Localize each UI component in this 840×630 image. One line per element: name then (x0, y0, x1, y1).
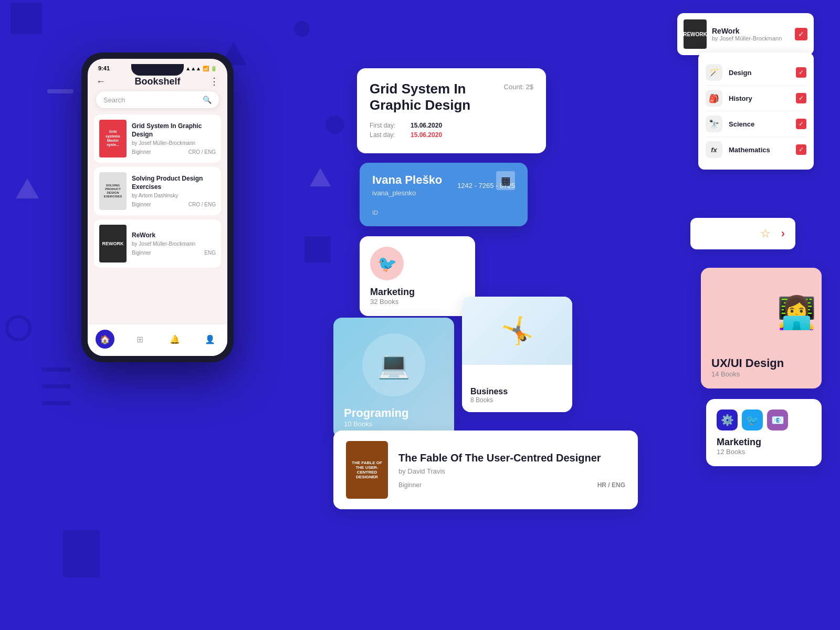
book-cover-1: GridsystemsMastersyste... (99, 120, 127, 158)
book-info-1: Grid System In Graphic Design by Josef M… (132, 122, 216, 154)
book-author-2: by Artom Dashinsky (132, 193, 216, 198)
book-lang-1: CRO / ENG (188, 149, 216, 155)
search-icon[interactable]: 🔍 (203, 96, 212, 104)
book-list-item[interactable]: GridsystemsMastersyste... Grid System In… (94, 114, 221, 163)
card-programming[interactable]: 💻 Programing 10 Books (333, 318, 454, 438)
battery-icon: 🔋 (211, 66, 217, 71)
book-lang-3: ENG (204, 250, 216, 256)
bg-shape-7 (42, 368, 71, 372)
phone-search-input[interactable]: Search (103, 96, 198, 104)
library-username: ivana_plesnko (372, 189, 515, 197)
twitter-icon: 🐦 (742, 410, 763, 430)
email-icon: 📧 (767, 410, 788, 430)
fable-meta: Biginner HR / ENG (398, 481, 625, 489)
science-icon: 🔭 (706, 116, 722, 132)
book-author-1: by Josef Müller-Brockmann (132, 140, 216, 146)
book-title-1: Grid System In Graphic Design (132, 122, 216, 139)
arrow-right-icon[interactable]: › (781, 227, 785, 240)
bg-shape-9 (42, 401, 71, 405)
card-marketing[interactable]: 🐦 Marketing 32 Books (360, 236, 475, 316)
rework-title: ReWork (712, 27, 790, 35)
book-cover-2: SOLVINGPRODUCTDESIGNEXERCISES (99, 172, 127, 210)
mathematics-check[interactable]: ✓ (796, 144, 806, 155)
category-history[interactable]: 🎒 History ✓ (706, 86, 806, 111)
status-time: 9:41 (98, 65, 110, 71)
grid-system-count: Count: 2$ (504, 81, 533, 91)
phone-header: ← Bookshelf ⋮ (88, 74, 227, 91)
bg-shape-8 (42, 384, 71, 388)
design-icon: 🪄 (706, 64, 722, 81)
card-business[interactable]: 🤸 Business 8 Books (462, 297, 572, 412)
last-day-val: 15.06.2020 (411, 131, 442, 139)
nav-grid[interactable]: ⊞ (131, 330, 150, 349)
design-check[interactable]: ✓ (796, 67, 806, 78)
fable-title: The Fable Of The User-Centred Designer (398, 452, 625, 464)
uxui-count: 14 Books (711, 370, 811, 378)
status-icons: ▲▲▲ 📶 🔋 (185, 66, 217, 71)
signal-icon: ▲▲▲ (185, 66, 201, 71)
book-info-2: Solving Product Design Exercises by Arto… (132, 175, 216, 207)
uxui-title: UX/UI Design (711, 356, 811, 370)
book-author-3: by Josef Müller-Brockmann (132, 241, 216, 247)
category-design[interactable]: 🪄 Design ✓ (706, 60, 806, 86)
category-design-label: Design (729, 69, 790, 77)
bg-shape-4 (47, 89, 74, 93)
marketing-icons-row: ⚙️ 🐦 📧 (717, 410, 811, 430)
book-title-2: Solving Product Design Exercises (132, 175, 216, 191)
phone-notch (131, 64, 184, 76)
bg-shape-6 (5, 315, 32, 341)
bg-shape-5 (16, 178, 39, 198)
rework-info: ReWork by Josef Müller-Brockmann (712, 27, 790, 41)
programming-illustration: 💻 (362, 333, 425, 396)
card-library[interactable]: Ivana Pleško ivana_plesnko 1242 - 7265 -… (360, 163, 528, 226)
more-icon[interactable]: ⋮ (209, 76, 219, 87)
card-arrow-star[interactable]: ☆ › (690, 218, 795, 249)
card-grid-system[interactable]: Grid System In Graphic Design Count: 2$ … (357, 68, 546, 153)
book-level-2: Biginner (132, 202, 151, 207)
marketing-count: 32 Books (370, 298, 465, 306)
phone-search-bar[interactable]: Search 🔍 (96, 91, 219, 108)
rework-check-icon[interactable]: ✓ (795, 28, 807, 40)
science-check[interactable]: ✓ (796, 119, 806, 129)
phone-mockup: 9:41 ▲▲▲ 📶 🔋 ← Bookshelf ⋮ Search 🔍 (81, 52, 234, 362)
book-meta-1: Biginner CRO / ENG (132, 149, 216, 155)
book-title-3: ReWork (132, 232, 216, 240)
mathematics-icon: fx (706, 141, 722, 158)
nav-bell[interactable]: 🔔 (165, 330, 184, 349)
bg-shape-12 (310, 168, 331, 186)
marketing-title: Marketing (370, 287, 465, 298)
bg-shape-10 (63, 530, 100, 578)
first-day-row: First day: 15.06.2020 (370, 122, 533, 129)
marketing-small-title: Marketing (717, 437, 811, 448)
book-list: GridsystemsMastersyste... Grid System In… (88, 114, 227, 324)
category-mathematics[interactable]: fx Mathematics ✓ (706, 137, 806, 162)
card-fable[interactable]: THE FABLE OF THE USER-CENTRED DESIGNER T… (333, 430, 638, 509)
category-mathematics-label: Mathematics (729, 146, 790, 154)
card-uxui[interactable]: 👩‍💻 UX/UI Design 14 Books (701, 268, 822, 388)
book-info-3: ReWork by Josef Müller-Brockmann Biginne… (132, 232, 216, 256)
book-level-1: Biginner (132, 149, 151, 155)
category-science[interactable]: 🔭 Science ✓ (706, 111, 806, 137)
phone-nav-bar: 🏠 ⊞ 🔔 👤 (88, 324, 227, 356)
book-level-3: Biginner (132, 250, 151, 256)
card-marketing-small[interactable]: ⚙️ 🐦 📧 Marketing 12 Books (706, 399, 822, 466)
phone-frame: 9:41 ▲▲▲ 📶 🔋 ← Bookshelf ⋮ Search 🔍 (81, 52, 234, 362)
business-title: Business (470, 387, 564, 396)
programming-title: Programing (344, 406, 444, 420)
bg-shape-1 (10, 3, 42, 34)
fable-book-cover: THE FABLE OF THE USER-CENTRED DESIGNER (346, 441, 388, 499)
history-check[interactable]: ✓ (796, 93, 806, 103)
nav-home[interactable]: 🏠 (96, 330, 114, 349)
last-day-row: Last day: 15.06.2020 (370, 131, 533, 139)
first-day-val: 15.06.2020 (411, 122, 442, 129)
category-history-label: History (729, 94, 790, 102)
book-list-item[interactable]: SOLVINGPRODUCTDESIGNEXERCISES Solving Pr… (94, 167, 221, 215)
nav-user[interactable]: 👤 (201, 330, 219, 349)
book-meta-3: Biginner ENG (132, 250, 216, 256)
programming-count: 10 Books (344, 420, 444, 428)
book-list-item[interactable]: REWORK ReWork by Josef Müller-Brockmann … (94, 219, 221, 268)
cards-area: REWORK ReWork by Josef Müller-Brockmann … (331, 10, 824, 620)
library-id-label: ID (372, 209, 515, 216)
card-rework[interactable]: REWORK ReWork by Josef Müller-Brockmann … (677, 13, 814, 55)
back-icon[interactable]: ← (96, 76, 106, 87)
